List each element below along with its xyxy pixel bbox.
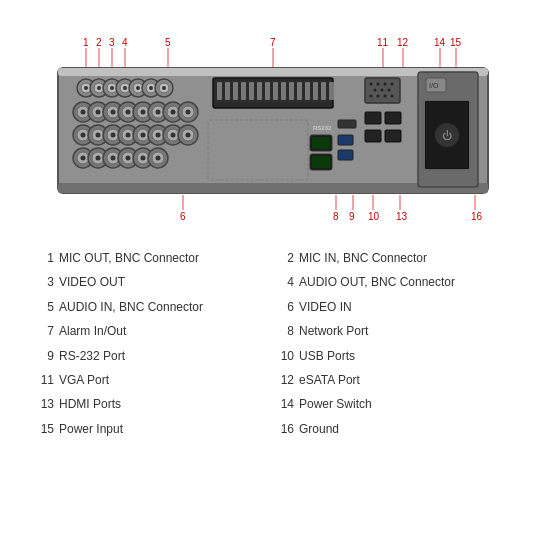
svg-text:⏻: ⏻ — [442, 130, 452, 141]
svg-text:3: 3 — [109, 37, 115, 48]
svg-point-154 — [370, 95, 373, 98]
label-text-14: Power Switch — [299, 394, 372, 414]
svg-point-61 — [96, 110, 101, 115]
svg-rect-135 — [313, 82, 318, 100]
label-num-7: 7 — [38, 321, 54, 341]
svg-rect-144 — [338, 150, 353, 160]
label-item-6: 6 VIDEO IN — [278, 297, 498, 317]
svg-text:1: 1 — [83, 37, 89, 48]
label-text-15: Power Input — [59, 419, 123, 439]
svg-point-147 — [370, 83, 373, 86]
svg-point-115 — [126, 156, 131, 161]
svg-rect-127 — [249, 82, 254, 100]
label-text-1: MIC OUT, BNC Connector — [59, 248, 199, 268]
label-text-6: VIDEO IN — [299, 297, 352, 317]
svg-rect-145 — [338, 120, 356, 128]
svg-point-100 — [171, 133, 176, 138]
svg-rect-160 — [365, 130, 381, 142]
label-num-15: 15 — [38, 419, 54, 439]
svg-text:10: 10 — [368, 211, 380, 222]
label-num-4: 4 — [278, 272, 294, 292]
label-text-11: VGA Port — [59, 370, 109, 390]
label-text-16: Ground — [299, 419, 339, 439]
svg-point-64 — [111, 110, 116, 115]
svg-rect-140 — [312, 137, 330, 149]
svg-point-55 — [162, 86, 166, 90]
svg-point-149 — [384, 83, 387, 86]
svg-point-153 — [388, 89, 391, 92]
label-text-3: VIDEO OUT — [59, 272, 125, 292]
svg-point-37 — [84, 86, 88, 90]
svg-point-97 — [156, 133, 161, 138]
svg-point-157 — [391, 95, 394, 98]
svg-text:13: 13 — [396, 211, 408, 222]
svg-text:I/O: I/O — [429, 82, 439, 89]
label-item-14: 14 Power Switch — [278, 394, 498, 414]
label-text-12: eSATA Port — [299, 370, 360, 390]
label-item-12: 12 eSATA Port — [278, 370, 498, 390]
svg-text:9: 9 — [349, 211, 355, 222]
label-num-14: 14 — [278, 394, 294, 414]
svg-point-67 — [126, 110, 131, 115]
svg-text:4: 4 — [122, 37, 128, 48]
svg-text:RS232: RS232 — [313, 125, 332, 131]
svg-point-121 — [156, 156, 161, 161]
label-item-4: 4 AUDIO OUT, BNC Connector — [278, 272, 498, 292]
svg-point-109 — [96, 156, 101, 161]
page-container: 1 2 3 4 5 7 11 12 14 — [0, 0, 536, 536]
label-item-8: 8 Network Port — [278, 321, 498, 341]
svg-point-76 — [171, 110, 176, 115]
label-text-10: USB Ports — [299, 346, 355, 366]
svg-point-148 — [377, 83, 380, 86]
label-text-2: MIC IN, BNC Connector — [299, 248, 427, 268]
label-text-4: AUDIO OUT, BNC Connector — [299, 272, 455, 292]
svg-text:14: 14 — [434, 37, 446, 48]
label-num-9: 9 — [38, 346, 54, 366]
svg-rect-136 — [321, 82, 326, 100]
svg-rect-131 — [281, 82, 286, 100]
label-item-11: 11 VGA Port — [38, 370, 258, 390]
svg-point-58 — [81, 110, 86, 115]
label-item-15: 15 Power Input — [38, 419, 258, 439]
label-item-10: 10 USB Ports — [278, 346, 498, 366]
label-num-16: 16 — [278, 419, 294, 439]
svg-point-118 — [141, 156, 146, 161]
labels-section: 1 MIC OUT, BNC Connector 2 MIC IN, BNC C… — [28, 248, 508, 439]
label-num-2: 2 — [278, 248, 294, 268]
label-num-12: 12 — [278, 370, 294, 390]
label-text-7: Alarm In/Out — [59, 321, 126, 341]
label-item-3: 3 VIDEO OUT — [38, 272, 258, 292]
label-item-7: 7 Alarm In/Out — [38, 321, 258, 341]
svg-point-88 — [111, 133, 116, 138]
svg-rect-128 — [257, 82, 262, 100]
svg-rect-161 — [385, 130, 401, 142]
svg-point-151 — [374, 89, 377, 92]
svg-point-43 — [110, 86, 114, 90]
svg-point-46 — [123, 86, 127, 90]
svg-rect-132 — [289, 82, 294, 100]
svg-text:12: 12 — [397, 37, 409, 48]
svg-rect-142 — [312, 156, 330, 168]
svg-rect-133 — [297, 82, 302, 100]
svg-rect-126 — [241, 82, 246, 100]
svg-point-70 — [141, 110, 146, 115]
label-text-13: HDMI Ports — [59, 394, 121, 414]
svg-rect-125 — [233, 82, 238, 100]
label-num-6: 6 — [278, 297, 294, 317]
label-text-8: Network Port — [299, 321, 368, 341]
svg-rect-158 — [365, 112, 381, 124]
device-diagram: 1 2 3 4 5 7 11 12 14 — [28, 20, 508, 240]
svg-rect-123 — [217, 82, 222, 100]
svg-text:16: 16 — [471, 211, 483, 222]
svg-point-112 — [111, 156, 116, 161]
svg-point-152 — [381, 89, 384, 92]
svg-text:8: 8 — [333, 211, 339, 222]
label-num-13: 13 — [38, 394, 54, 414]
label-item-9: 9 RS-232 Port — [38, 346, 258, 366]
svg-point-49 — [136, 86, 140, 90]
svg-point-82 — [81, 133, 86, 138]
svg-rect-134 — [305, 82, 310, 100]
label-num-8: 8 — [278, 321, 294, 341]
svg-text:15: 15 — [450, 37, 462, 48]
label-num-10: 10 — [278, 346, 294, 366]
